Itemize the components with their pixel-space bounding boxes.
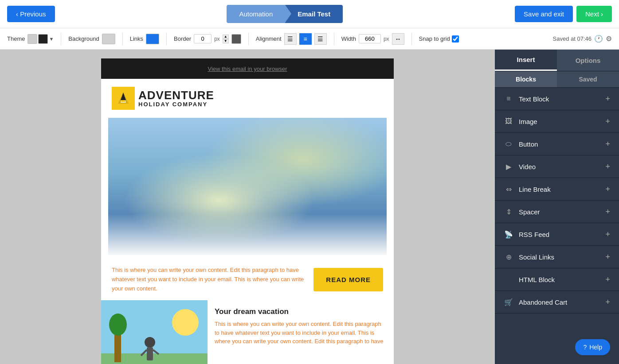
add-block-spacer[interactable]: + <box>605 207 610 217</box>
divider-4 <box>248 33 249 45</box>
border-spinner-down[interactable]: ▼ <box>223 39 229 43</box>
svg-rect-19 <box>231 214 245 218</box>
divider-5 <box>334 33 334 45</box>
tab-options[interactable]: Options <box>557 50 619 71</box>
border-spinner[interactable]: ▲ ▼ <box>223 35 229 43</box>
save-exit-button[interactable]: Save and exit <box>515 6 573 22</box>
tab-automation[interactable]: Automation <box>227 5 285 23</box>
tab-email-test[interactable]: Email Test <box>285 5 343 23</box>
block-item-left-abandoned-cart: 🛒 Abandoned Cart <box>504 297 567 307</box>
align-center-button[interactable]: ≡ <box>299 33 312 45</box>
background-swatch[interactable] <box>102 34 115 44</box>
svg-rect-4 <box>110 118 385 255</box>
block-item-social-links[interactable]: ⊕ Social Links + <box>495 246 619 268</box>
theme-swatch[interactable]: ▼ <box>27 34 54 44</box>
border-input[interactable] <box>194 34 212 43</box>
logo-adventure-text: ADVENTURE <box>138 89 214 101</box>
svg-rect-43 <box>147 347 153 360</box>
top-bar-left: ‹ Previous <box>7 6 55 22</box>
block-item-left-button: ⬭ Button <box>504 139 538 149</box>
svg-point-42 <box>145 337 155 348</box>
insert-subtabs: Blocks Saved <box>495 71 619 88</box>
block-list: ≡ Text Block + 🖼 Image + ⬭ Button + ▶ Vi… <box>495 88 619 314</box>
block-icon-social-links: ⊕ <box>504 252 513 262</box>
block-item-spacer[interactable]: ⇕ Spacer + <box>495 201 619 223</box>
subtab-blocks[interactable]: Blocks <box>495 71 557 87</box>
block-item-left-rss-feed: 📡 RSS Feed <box>504 229 549 239</box>
svg-marker-33 <box>233 234 240 239</box>
help-button[interactable]: ? Help <box>575 339 610 355</box>
add-block-text-block[interactable]: + <box>605 94 610 104</box>
svg-marker-29 <box>259 241 266 246</box>
svg-rect-22 <box>262 212 276 216</box>
help-icon: ? <box>583 344 587 351</box>
theme-dropdown-arrow[interactable]: ▼ <box>49 36 54 42</box>
add-block-image[interactable]: + <box>605 117 610 126</box>
block-item-html-block[interactable]: HTML Block + <box>495 268 619 291</box>
svg-rect-16 <box>205 216 218 220</box>
read-more-button[interactable]: READ MORE <box>313 268 383 291</box>
tab-automation-label: Automation <box>239 10 273 18</box>
block-item-abandoned-cart[interactable]: 🛒 Abandoned Cart + <box>495 291 619 314</box>
theme-swatch-black[interactable] <box>38 34 48 44</box>
add-block-video[interactable]: + <box>605 162 610 171</box>
block-icon-button: ⬭ <box>504 139 513 149</box>
block-item-left-text-block: ≡ Text Block <box>504 94 549 104</box>
border-spinner-up[interactable]: ▲ <box>223 35 229 39</box>
view-browser-link[interactable]: View this email in your browser <box>208 66 287 72</box>
logo-text: ADVENTURE HOLIDAY COMPANY <box>138 89 214 108</box>
block-item-rss-feed[interactable]: 📡 RSS Feed + <box>495 223 619 246</box>
add-block-abandoned-cart[interactable]: + <box>605 298 610 307</box>
block-item-image[interactable]: 🖼 Image + <box>495 110 619 133</box>
width-expand-button[interactable]: ↔ <box>392 33 404 45</box>
content-text: This is where you can write your own con… <box>112 266 306 293</box>
block-label-line-break: Line Break <box>519 186 551 193</box>
svg-rect-25 <box>294 213 307 217</box>
width-input[interactable] <box>359 34 381 43</box>
add-block-html-block[interactable]: + <box>605 275 610 284</box>
theme-swatch-white[interactable] <box>27 34 37 44</box>
block-icon-video: ▶ <box>504 162 513 171</box>
history-icon[interactable]: 🕐 <box>594 35 603 43</box>
links-swatch[interactable] <box>146 34 159 44</box>
sidebar: Insert Options Blocks Saved ≡ Text Block… <box>495 50 619 364</box>
add-block-rss-feed[interactable]: + <box>605 230 610 239</box>
svg-marker-31 <box>325 236 333 242</box>
block-item-line-break[interactable]: ⇔ Line Break + <box>495 178 619 201</box>
links-label: Links <box>130 35 143 42</box>
block-icon-abandoned-cart: 🛒 <box>504 297 513 307</box>
vacation-body: This is where you can write your own con… <box>215 320 387 346</box>
svg-point-36 <box>212 233 283 251</box>
block-label-abandoned-cart: Abandoned Cart <box>519 298 567 306</box>
block-label-html-block: HTML Block <box>519 276 555 283</box>
block-item-button[interactable]: ⬭ Button + <box>495 133 619 155</box>
block-icon-html-block <box>504 275 513 284</box>
block-item-left-social-links: ⊕ Social Links <box>504 252 554 262</box>
tab-insert[interactable]: Insert <box>495 50 557 71</box>
block-item-video[interactable]: ▶ Video + <box>495 155 619 178</box>
border-label: Border <box>174 35 191 42</box>
saved-info: Saved at 07:46 🕐 ⚙ <box>553 35 612 43</box>
svg-point-34 <box>159 230 185 240</box>
subtab-saved[interactable]: Saved <box>557 71 619 87</box>
align-left-button[interactable]: ☰ <box>284 33 297 45</box>
block-item-text-block[interactable]: ≡ Text Block + <box>495 88 619 110</box>
block-label-text-block: Text Block <box>519 95 549 103</box>
logo-svg <box>116 91 130 105</box>
next-button[interactable]: Next › <box>576 6 612 22</box>
add-block-line-break[interactable]: + <box>605 185 610 194</box>
align-right-button[interactable]: ☰ <box>314 33 327 45</box>
gear-icon[interactable]: ⚙ <box>606 35 612 43</box>
block-icon-rss-feed: 📡 <box>504 229 513 239</box>
snap-checkbox[interactable] <box>452 35 459 43</box>
svg-line-32 <box>239 211 272 233</box>
border-color-swatch[interactable] <box>231 34 241 44</box>
add-block-social-links[interactable]: + <box>605 252 610 262</box>
svg-rect-21 <box>266 211 278 227</box>
add-block-button[interactable]: + <box>605 139 610 149</box>
svg-point-20 <box>263 196 280 213</box>
width-group: Width px ↔ <box>341 33 404 45</box>
background-group: Background <box>68 34 115 44</box>
prev-button[interactable]: ‹ Previous <box>7 6 55 22</box>
snap-label: Snap to grid <box>419 35 450 42</box>
